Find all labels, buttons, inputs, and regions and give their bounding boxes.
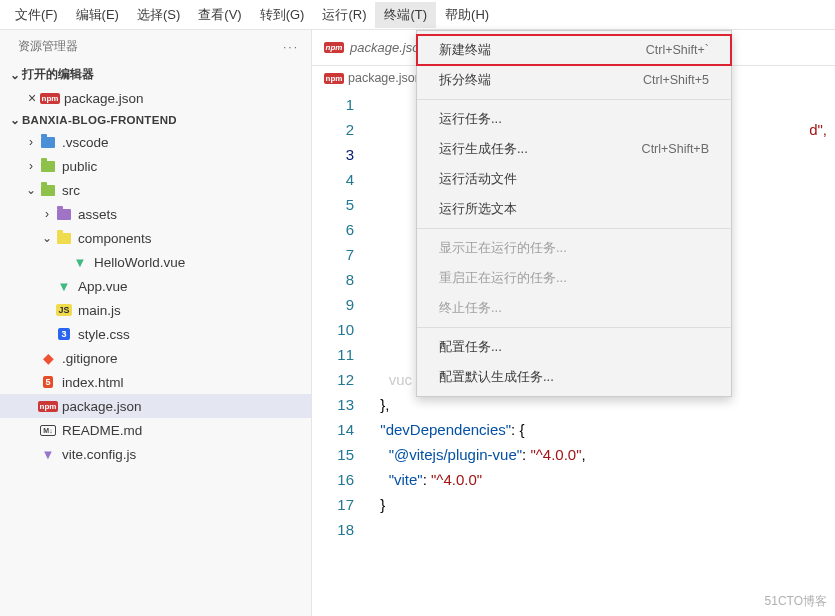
menu-item-拆分终端[interactable]: 拆分终端Ctrl+Shift+5 (417, 65, 731, 95)
menu-item-运行生成任务...[interactable]: 运行生成任务...Ctrl+Shift+B (417, 134, 731, 164)
tree-item-components[interactable]: ⌄components (0, 226, 311, 250)
html-icon: 5 (38, 376, 58, 388)
folder-icon (54, 233, 74, 244)
watermark: 51CTO博客 (765, 593, 827, 610)
npm-icon: npm (40, 93, 60, 104)
close-icon[interactable]: × (24, 90, 40, 106)
menu-转到G[interactable]: 转到(G) (251, 2, 314, 28)
shortcut: Ctrl+Shift+B (642, 142, 709, 156)
tree-item-vite.config.js[interactable]: ▼vite.config.js (0, 442, 311, 466)
file-tree: ›.vscode›public⌄src›assets⌄components▼He… (0, 130, 311, 474)
tree-item-public[interactable]: ›public (0, 154, 311, 178)
menu-item-显示正在运行的任务...: 显示正在运行的任务... (417, 233, 731, 263)
menu-item-终止任务...: 终止任务... (417, 293, 731, 323)
chevron-icon: ⌄ (40, 231, 54, 245)
chevron-icon: › (24, 159, 38, 173)
chevron-icon: › (40, 207, 54, 221)
shortcut: Ctrl+Shift+` (646, 43, 709, 57)
chevron-icon: › (24, 135, 38, 149)
npm-icon: npm (38, 401, 58, 412)
vue-icon: ▼ (70, 255, 90, 270)
menu-item-运行活动文件[interactable]: 运行活动文件 (417, 164, 731, 194)
tree-item-index.html[interactable]: 5index.html (0, 370, 311, 394)
folder-icon (38, 137, 58, 148)
menu-编辑E[interactable]: 编辑(E) (67, 2, 128, 28)
chevron-down-icon: ⌄ (8, 68, 22, 82)
open-editor-item[interactable]: × npm package.json (0, 86, 311, 110)
project-header[interactable]: ⌄ BANXIA-BLOG-FRONTEND (0, 110, 311, 130)
menubar: 文件(F)编辑(E)选择(S)查看(V)转到(G)运行(R)终端(T)帮助(H) (0, 0, 835, 30)
menu-item-重启正在运行的任务...: 重启正在运行的任务... (417, 263, 731, 293)
folder-icon (38, 185, 58, 196)
vite-icon: ▼ (38, 447, 58, 462)
git-icon: ◆ (38, 350, 58, 366)
chevron-down-icon: ⌄ (8, 113, 22, 127)
js-icon: JS (54, 304, 74, 316)
menu-查看V[interactable]: 查看(V) (189, 2, 250, 28)
menu-运行R[interactable]: 运行(R) (313, 2, 375, 28)
menu-选择S[interactable]: 选择(S) (128, 2, 189, 28)
npm-icon: npm (324, 73, 344, 84)
chevron-icon: ⌄ (24, 183, 38, 197)
md-icon: M↓ (38, 425, 58, 436)
menu-文件F[interactable]: 文件(F) (6, 2, 67, 28)
menu-终端T[interactable]: 终端(T) (375, 2, 436, 28)
menu-item-配置默认生成任务...[interactable]: 配置默认生成任务... (417, 362, 731, 392)
css-icon: 3 (54, 328, 74, 340)
menu-item-新建终端[interactable]: 新建终端Ctrl+Shift+` (417, 35, 731, 65)
vue-icon: ▼ (54, 279, 74, 294)
tree-item-App.vue[interactable]: ▼App.vue (0, 274, 311, 298)
tree-item-.vscode[interactable]: ›.vscode (0, 130, 311, 154)
tree-item-HelloWorld.vue[interactable]: ▼HelloWorld.vue (0, 250, 311, 274)
shortcut: Ctrl+Shift+5 (643, 73, 709, 87)
folder-icon (54, 209, 74, 220)
more-actions-icon[interactable]: ··· (283, 40, 299, 54)
explorer-title: 资源管理器 (18, 38, 78, 55)
terminal-menu-dropdown: 新建终端Ctrl+Shift+`拆分终端Ctrl+Shift+5运行任务...运… (416, 30, 732, 397)
tree-item-README.md[interactable]: M↓README.md (0, 418, 311, 442)
sidebar: 资源管理器 ··· ⌄ 打开的编辑器 × npm package.json ⌄ … (0, 30, 312, 616)
folder-icon (38, 161, 58, 172)
tree-item-assets[interactable]: ›assets (0, 202, 311, 226)
menu-item-运行任务...[interactable]: 运行任务... (417, 104, 731, 134)
menu-item-运行所选文本[interactable]: 运行所选文本 (417, 194, 731, 224)
tree-item-style.css[interactable]: 3style.css (0, 322, 311, 346)
tree-item-package.json[interactable]: npmpackage.json (0, 394, 311, 418)
line-gutter: 123456789101112131415161718 (312, 90, 372, 616)
tree-item-main.js[interactable]: JSmain.js (0, 298, 311, 322)
menu-帮助H[interactable]: 帮助(H) (436, 2, 498, 28)
open-editors-header[interactable]: ⌄ 打开的编辑器 (0, 63, 311, 86)
tree-item-src[interactable]: ⌄src (0, 178, 311, 202)
tree-item-.gitignore[interactable]: ◆.gitignore (0, 346, 311, 370)
npm-icon: npm (324, 42, 344, 53)
menu-item-配置任务...[interactable]: 配置任务... (417, 332, 731, 362)
